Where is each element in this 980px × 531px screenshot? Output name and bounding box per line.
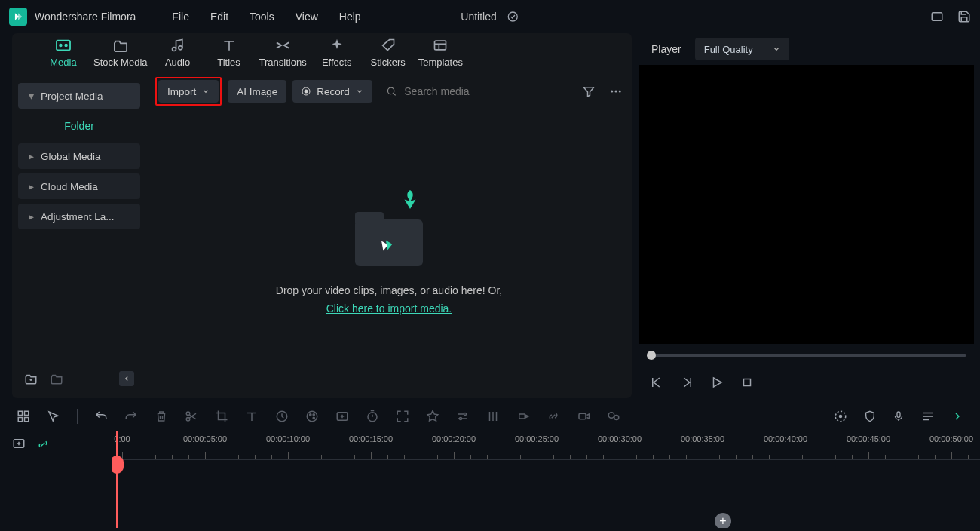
svg-point-0	[509, 12, 518, 21]
unlink-icon[interactable]	[36, 437, 50, 451]
sidebar-folder[interactable]: Folder	[18, 113, 140, 139]
add-track-button[interactable]: +	[715, 513, 731, 528]
chevron-down-icon: ▾	[27, 90, 35, 102]
media-icon	[55, 37, 72, 54]
timeline-ruler[interactable]: 0:0000:00:05:0000:00:10:0000:00:15:0000:…	[112, 431, 980, 460]
sidebar-adjustment-layer[interactable]: ▸ Adjustment La...	[18, 204, 140, 229]
ai-image-button[interactable]: AI Image	[228, 80, 286, 103]
effects-icon	[329, 37, 345, 54]
titles-icon	[221, 37, 237, 54]
svg-point-23	[310, 414, 311, 416]
media-sidebar: ▾ Project Media Folder ▸ Global Media ▸ …	[12, 75, 146, 398]
link-button[interactable]	[547, 410, 560, 423]
expand-button[interactable]	[396, 410, 409, 423]
sidebar-cloud-media[interactable]: ▸ Cloud Media	[18, 173, 140, 199]
expand-right-icon[interactable]	[951, 410, 963, 423]
menu-file[interactable]: File	[172, 11, 189, 23]
tab-titles[interactable]: Titles	[208, 37, 250, 68]
chevron-right-icon: ▸	[27, 150, 35, 162]
voiceover-button[interactable]	[607, 410, 620, 423]
quality-select[interactable]: Full Quality	[695, 38, 789, 60]
save-icon[interactable]	[957, 10, 971, 23]
tab-templates[interactable]: Templates	[418, 37, 463, 68]
svg-rect-17	[18, 418, 22, 422]
add-track-icon[interactable]	[12, 437, 26, 451]
menu-edit[interactable]: Edit	[210, 11, 228, 23]
keyframe-button[interactable]	[335, 410, 349, 423]
shield-icon[interactable]	[864, 410, 876, 423]
mic-icon[interactable]	[893, 410, 905, 423]
chevron-right-icon: ▸	[27, 180, 35, 192]
sidebar-project-media[interactable]: ▾ Project Media	[18, 83, 140, 109]
import-highlight: Import	[155, 77, 222, 106]
timeline-main[interactable]: 0:0000:00:05:0000:00:10:0000:00:15:0000:…	[112, 431, 980, 528]
chevron-down-icon	[202, 87, 210, 95]
folder-icon[interactable]	[50, 373, 63, 385]
marker-button[interactable]	[426, 410, 439, 423]
next-frame-button[interactable]	[680, 376, 694, 389]
crop-button[interactable]	[215, 410, 228, 423]
menu-tools[interactable]: Tools	[250, 11, 274, 23]
templates-icon	[432, 37, 449, 54]
render-button[interactable]	[577, 410, 590, 423]
tab-stickers[interactable]: Stickers	[367, 37, 409, 68]
detach-button[interactable]	[516, 410, 530, 423]
filter-icon[interactable]	[582, 84, 596, 98]
text-button[interactable]	[245, 410, 259, 423]
import-button[interactable]: Import	[158, 80, 219, 103]
layout-grid-icon[interactable]	[17, 410, 30, 423]
timer-button[interactable]	[366, 410, 379, 423]
svg-point-10	[387, 87, 394, 94]
sidebar-global-media[interactable]: ▸ Global Media	[18, 143, 140, 169]
svg-point-6	[178, 46, 182, 50]
timeline-tracks[interactable]: +	[112, 460, 980, 528]
layout-icon[interactable]	[930, 10, 944, 23]
list-icon[interactable]	[921, 410, 935, 423]
svg-point-22	[307, 411, 317, 422]
tab-effects[interactable]: Effects	[316, 37, 358, 68]
import-media-link[interactable]: Click here to import media.	[326, 302, 452, 315]
media-panel: Media Stock Media Audio Titles Transitio…	[12, 33, 632, 398]
tab-transitions[interactable]: Transitions	[259, 37, 307, 68]
video-preview[interactable]	[639, 65, 974, 344]
search-input[interactable]	[404, 85, 576, 97]
record-button[interactable]: Record	[292, 80, 372, 103]
svg-point-13	[619, 91, 621, 93]
svg-point-31	[608, 413, 614, 419]
app-name: Wondershare Filmora	[35, 11, 136, 23]
color-button[interactable]	[305, 410, 319, 423]
split-button[interactable]	[185, 410, 198, 423]
undo-button[interactable]	[94, 410, 108, 423]
scrub-bar[interactable]	[639, 344, 974, 367]
prev-frame-button[interactable]	[650, 376, 663, 389]
svg-point-11	[611, 91, 613, 93]
record-icon	[302, 87, 311, 96]
tab-stock-media[interactable]: Stock Media	[93, 37, 148, 68]
play-button[interactable]	[710, 376, 724, 389]
tab-media[interactable]: Media	[42, 37, 84, 68]
mixer-button[interactable]	[486, 410, 500, 423]
svg-rect-16	[25, 411, 29, 415]
scrub-thumb[interactable]	[647, 351, 656, 360]
tab-audio[interactable]: Audio	[157, 37, 199, 68]
svg-point-9	[305, 90, 308, 94]
svg-point-29	[460, 418, 462, 420]
chevron-down-icon	[356, 87, 363, 95]
more-icon[interactable]	[609, 84, 623, 98]
export-icon[interactable]	[834, 410, 847, 423]
new-folder-icon[interactable]	[24, 373, 38, 385]
svg-point-28	[464, 413, 467, 416]
menu-help[interactable]: Help	[339, 11, 361, 23]
svg-point-32	[614, 416, 619, 420]
collapse-sidebar-button[interactable]	[119, 371, 134, 386]
panel-tabs: Media Stock Media Audio Titles Transitio…	[12, 33, 632, 75]
delete-button[interactable]	[155, 410, 168, 423]
app-logo	[9, 8, 27, 26]
menu-view[interactable]: View	[296, 11, 318, 23]
speed-button[interactable]	[275, 410, 289, 423]
cursor-icon[interactable]	[47, 410, 60, 423]
media-dropzone[interactable]: Drop your video clips, images, or audio …	[146, 107, 632, 398]
stop-button[interactable]	[740, 376, 754, 389]
redo-button[interactable]	[124, 410, 138, 423]
adjust-button[interactable]	[456, 410, 470, 423]
